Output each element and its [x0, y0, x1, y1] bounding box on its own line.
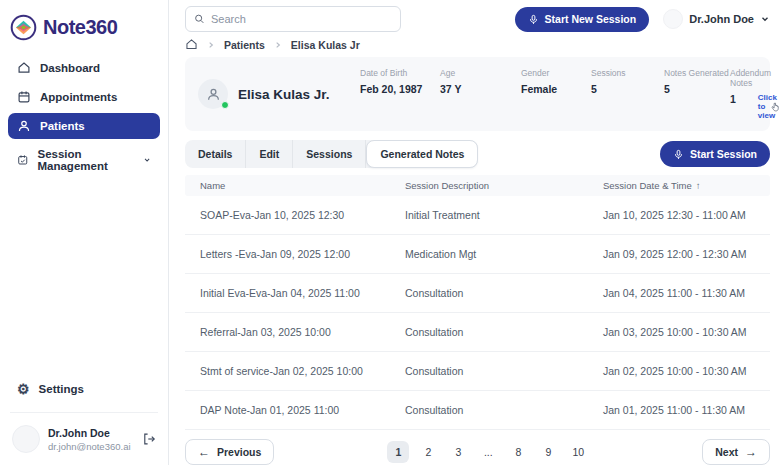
start-session-label: Start Session — [690, 148, 757, 160]
column-header-datetime[interactable]: Session Date & Time↑ — [588, 180, 770, 191]
field-addendum-notes: Addendum Notes 1 Click to view — [730, 68, 777, 120]
page-number-3[interactable]: 3 — [447, 441, 469, 463]
user-chip-avatar — [663, 9, 683, 29]
table-row[interactable]: Initial Eva-Eva-Jan 04, 2025 11:00 Consu… — [185, 274, 770, 313]
tabs-row: Details Edit Sessions Generated Notes St… — [185, 140, 770, 168]
tab-group: Details Edit Sessions Generated Notes — [185, 140, 478, 168]
field-value: Female — [521, 83, 591, 95]
start-session-button[interactable]: Start Session — [660, 141, 770, 167]
patient-fields: Date of Birth Feb 20, 1987 Age 37 Y Gend… — [360, 68, 777, 120]
page-number-2[interactable]: 2 — [417, 441, 439, 463]
field-value: 5 — [664, 83, 730, 95]
search-box[interactable] — [185, 6, 401, 32]
table-row[interactable]: Stmt of service-Jan 02, 2025 10:00 Consu… — [185, 352, 770, 391]
cell-datetime: Jan 03, 2025 10:00 - 10:30 AM — [588, 326, 770, 338]
field-value: 37 Y — [440, 83, 521, 95]
start-new-session-label: Start New Session — [545, 13, 637, 25]
sidebar-item-settings[interactable]: ⚙ Settings — [8, 376, 160, 402]
microphone-icon — [528, 14, 539, 25]
search-input[interactable] — [211, 13, 392, 25]
cell-description: Initial Treatment — [390, 209, 588, 221]
table-row[interactable]: Referral-Jan 03, 2025 10:00 Consultation… — [185, 313, 770, 352]
cell-name: Initial Eva-Eva-Jan 04, 2025 11:00 — [185, 287, 390, 299]
user-menu[interactable]: Dr.John Doe — [663, 9, 770, 29]
field-label: Gender — [521, 68, 591, 78]
arrow-left-icon: ← — [198, 446, 210, 458]
calendar-icon — [17, 90, 31, 104]
cell-name: Letters -Eva-Jan 09, 2025 12:00 — [185, 248, 390, 260]
table-row[interactable]: DAP Note-Jan 01, 2025 11:00 Consultation… — [185, 391, 770, 430]
tab-sessions[interactable]: Sessions — [293, 140, 366, 168]
field-date-of-birth: Date of Birth Feb 20, 1987 — [360, 68, 440, 95]
table-header: Name Session Description Session Date & … — [185, 175, 770, 196]
home-icon[interactable] — [185, 38, 198, 51]
tab-details[interactable]: Details — [185, 140, 246, 168]
status-dot — [221, 101, 229, 109]
user-email: dr.john@note360.ai — [48, 441, 131, 452]
patient-name: Elisa Kulas Jr. — [238, 87, 334, 102]
logout-button[interactable] — [142, 432, 156, 446]
sort-ascending-icon[interactable]: ↑ — [696, 180, 701, 191]
page-number-9[interactable]: 9 — [537, 441, 559, 463]
field-value: 5 — [591, 83, 664, 95]
next-page-button[interactable]: Next → — [702, 439, 770, 465]
breadcrumb-current: Elisa Kulas Jr — [291, 39, 360, 51]
cell-name: Stmt of service-Jan 02, 2025 10:00 — [185, 365, 390, 377]
sidebar-divider — [10, 412, 158, 413]
start-new-session-button[interactable]: Start New Session — [515, 7, 650, 32]
chevron-down-icon — [760, 14, 770, 24]
tab-label: Generated Notes — [380, 148, 464, 160]
field-sessions: Sessions 5 — [591, 68, 664, 95]
note360-logo-icon — [10, 14, 37, 41]
chevron-right-icon — [207, 41, 215, 49]
sidebar-item-dashboard[interactable]: Dashboard — [8, 55, 160, 81]
microphone-icon — [673, 149, 684, 160]
settings-label: Settings — [39, 383, 84, 395]
home-icon — [17, 61, 31, 75]
sidebar-nav: Dashboard Appointments Patients Session … — [8, 55, 160, 178]
page-number-10[interactable]: 10 — [567, 441, 589, 463]
generated-notes-table: Name Session Description Session Date & … — [185, 175, 770, 430]
calendar-check-icon — [17, 153, 28, 167]
page-number-8[interactable]: 8 — [507, 441, 529, 463]
field-age: Age 37 Y — [440, 68, 521, 95]
sidebar-item-session-management[interactable]: Session Management — [8, 142, 160, 178]
tab-label: Details — [198, 148, 232, 160]
field-value: 1 — [730, 93, 736, 105]
page-number-1[interactable]: 1 — [387, 441, 409, 463]
chevron-down-icon — [143, 155, 151, 165]
tab-label: Edit — [259, 148, 279, 160]
table-row[interactable]: SOAP-Eva-Jan 10, 2025 12:30 Initial Trea… — [185, 196, 770, 235]
breadcrumb: Patients Elisa Kulas Jr — [185, 36, 770, 53]
user-chip-name: Dr.John Doe — [689, 13, 754, 25]
user-meta: Dr.John Doe dr.john@note360.ai — [48, 427, 131, 452]
breadcrumb-patients[interactable]: Patients — [224, 39, 265, 51]
user-avatar — [12, 425, 40, 453]
cell-datetime: Jan 10, 2025 12:30 - 11:00 AM — [588, 209, 770, 221]
logout-icon — [142, 432, 156, 446]
arrow-right-icon: → — [745, 446, 757, 458]
sidebar-user-card: Dr.John Doe dr.john@note360.ai — [8, 423, 160, 455]
sidebar-item-label: Patients — [40, 120, 85, 132]
cell-name: SOAP-Eva-Jan 10, 2025 12:30 — [185, 209, 390, 221]
previous-page-button[interactable]: ← Previous — [185, 439, 274, 465]
cell-description: Consultation — [390, 287, 588, 299]
pagination: ← Previous 1 2 3 ... 8 9 10 Next → — [185, 439, 770, 465]
search-icon — [194, 13, 205, 25]
sidebar: Note360 Dashboard Appointments Patients … — [0, 0, 169, 465]
sidebar-item-appointments[interactable]: Appointments — [8, 84, 160, 110]
tab-label: Sessions — [306, 148, 352, 160]
tab-edit[interactable]: Edit — [246, 140, 293, 168]
table-row[interactable]: Letters -Eva-Jan 09, 2025 12:00 Medicati… — [185, 235, 770, 274]
cell-description: Medication Mgt — [390, 248, 588, 260]
chevron-right-icon — [274, 41, 282, 49]
field-gender: Gender Female — [521, 68, 591, 95]
next-label: Next — [715, 446, 738, 458]
sidebar-item-label: Session Management — [37, 148, 133, 172]
cell-datetime: Jan 02, 2025 10:00 - 10:30 AM — [588, 365, 770, 377]
sidebar-item-patients[interactable]: Patients — [8, 113, 160, 139]
tab-generated-notes[interactable]: Generated Notes — [366, 140, 478, 168]
patient-summary-card: Elisa Kulas Jr. Date of Birth Feb 20, 19… — [185, 57, 770, 131]
main-content: Start New Session Dr.John Doe Patients E… — [169, 0, 782, 465]
user-name: Dr.John Doe — [48, 427, 131, 439]
